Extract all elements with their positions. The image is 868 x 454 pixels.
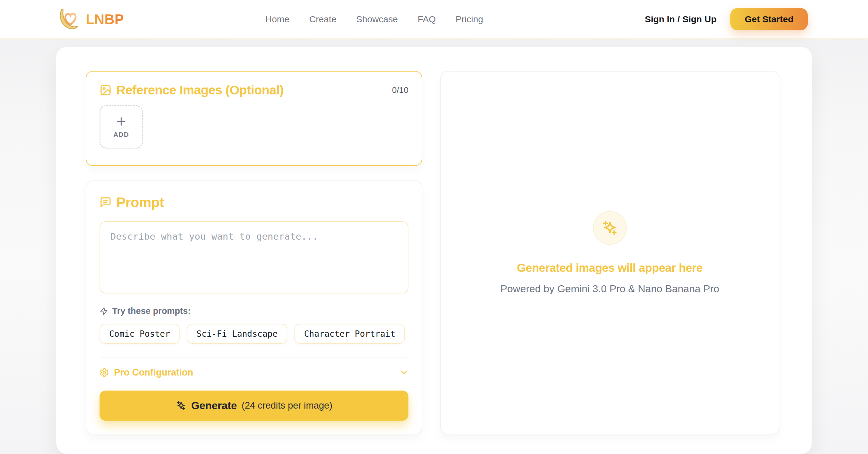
sign-in-link[interactable]: Sign In / Sign Up — [645, 14, 716, 24]
brand-name: LNBP — [86, 11, 124, 27]
prompt-textarea[interactable] — [99, 221, 408, 293]
image-icon — [99, 84, 112, 96]
preview-empty-state-badge — [593, 211, 627, 245]
banana-heart-logo-icon — [56, 7, 81, 32]
reference-images-header: Reference Images (Optional) 0/10 — [99, 83, 408, 97]
prompt-chip-comic-poster[interactable]: Comic Poster — [99, 324, 180, 344]
prompt-title: Prompt — [116, 194, 164, 210]
chevron-down-icon — [399, 368, 408, 377]
generate-label: Generate — [191, 399, 237, 412]
reference-images-counter: 0/10 — [392, 86, 409, 95]
preview-subtitle: Powered by Gemini 3.0 Pro & Nano Banana … — [500, 283, 719, 295]
prompt-chip-character-portrait[interactable]: Character Portrait — [294, 324, 405, 344]
create-panel-container: Reference Images (Optional) 0/10 ADD — [56, 47, 812, 454]
brand[interactable]: LNBP — [56, 7, 124, 32]
plus-icon — [115, 115, 127, 128]
nav-item-home[interactable]: Home — [265, 14, 289, 24]
nav-item-faq[interactable]: FAQ — [418, 14, 436, 24]
prompt-chips: Comic Poster Sci-Fi Landscape Character … — [99, 324, 408, 344]
reference-images-title: Reference Images (Optional) — [116, 83, 284, 97]
gear-icon — [99, 368, 109, 377]
nav-item-showcase[interactable]: Showcase — [356, 14, 398, 24]
chat-bubble-icon — [99, 196, 112, 208]
nav-item-pricing[interactable]: Pricing — [456, 14, 483, 24]
reference-images-card: Reference Images (Optional) 0/10 ADD — [86, 71, 422, 166]
prompt-chip-scifi-landscape[interactable]: Sci-Fi Landscape — [187, 324, 287, 344]
try-prompts-label: Try these prompts: — [112, 306, 191, 316]
pro-configuration-label: Pro Configuration — [114, 367, 193, 378]
sparkles-icon — [601, 219, 619, 237]
pro-configuration-toggle[interactable]: Pro Configuration — [99, 367, 408, 378]
prompt-card: Prompt Try these prompts: Comic Poster S… — [86, 181, 422, 434]
create-page: Reference Images (Optional) 0/10 ADD — [0, 39, 868, 454]
get-started-button[interactable]: Get Started — [730, 8, 808, 30]
generate-button[interactable]: Generate (24 credits per image) — [99, 391, 408, 421]
sparkles-icon — [176, 400, 186, 411]
lightning-icon — [99, 307, 108, 315]
nav-item-create[interactable]: Create — [309, 14, 336, 24]
preview-panel: Generated images will appear here Powere… — [440, 71, 779, 434]
try-prompts-row: Try these prompts: — [99, 306, 408, 316]
add-reference-image-button[interactable]: ADD — [99, 105, 143, 149]
generate-cost: (24 credits per image) — [242, 400, 333, 411]
preview-title: Generated images will appear here — [517, 262, 703, 274]
prompt-header: Prompt — [99, 194, 408, 210]
header-actions: Sign In / Sign Up Get Started — [645, 8, 808, 30]
divider — [99, 357, 408, 358]
left-column: Reference Images (Optional) 0/10 ADD — [86, 71, 422, 434]
main-nav: Home Create Showcase FAQ Pricing — [265, 14, 483, 24]
add-label: ADD — [114, 131, 129, 139]
top-nav-bar: LNBP Home Create Showcase FAQ Pricing Si… — [0, 0, 868, 39]
